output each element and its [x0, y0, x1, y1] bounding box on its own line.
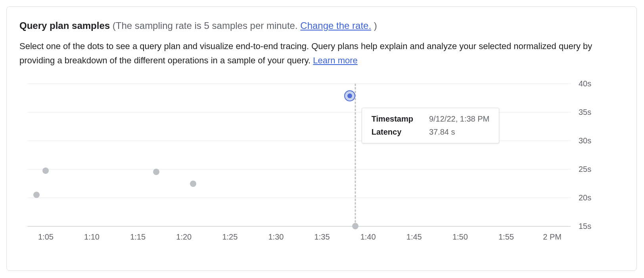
chart-gridline	[27, 198, 571, 198]
change-rate-link[interactable]: Change the rate.	[300, 20, 371, 31]
chart-point[interactable]	[42, 168, 49, 174]
query-plan-card: Query plan samples (The sampling rate is…	[6, 6, 637, 271]
chart-crosshair	[355, 84, 356, 226]
chart-x-tick: 1:20	[176, 232, 192, 242]
chart-x-tick: 1:40	[360, 232, 376, 242]
chart-y-tick: 20s	[579, 193, 591, 202]
latency-scatter-chart[interactable]: Timestamp 9/12/22, 1:38 PM Latency 37.84…	[19, 84, 624, 250]
chart-plot-area[interactable]	[27, 84, 571, 226]
chart-gridline	[27, 169, 571, 169]
chart-x-tick: 1:15	[130, 232, 146, 242]
chart-x-tick: 1:25	[222, 232, 238, 242]
tooltip-timestamp-value: 9/12/22, 1:38 PM	[429, 114, 489, 124]
description-text: Select one of the dots to see a query pl…	[19, 41, 592, 65]
chart-gridline	[27, 84, 571, 84]
chart-point[interactable]	[33, 192, 40, 198]
subtitle-suffix: )	[371, 20, 377, 31]
chart-x-tick: 1:55	[498, 232, 514, 242]
tooltip-latency-label: Latency	[372, 128, 413, 137]
chart-x-tick: 1:05	[38, 232, 54, 242]
chart-x-axis-line	[27, 226, 571, 227]
chart-y-tick: 40s	[579, 79, 591, 88]
tooltip-latency-value: 37.84 s	[429, 128, 489, 137]
chart-x-tick: 1:10	[84, 232, 100, 242]
section-title: Query plan samples	[19, 20, 110, 31]
header-line: Query plan samples (The sampling rate is…	[19, 19, 624, 32]
section-description: Select one of the dots to see a query pl…	[19, 39, 624, 68]
chart-x-tick: 1:30	[268, 232, 284, 242]
chart-y-tick: 30s	[579, 136, 591, 145]
learn-more-link[interactable]: Learn more	[313, 55, 358, 65]
chart-point-selected[interactable]	[344, 90, 355, 101]
tooltip-timestamp-label: Timestamp	[372, 114, 413, 124]
chart-point[interactable]	[190, 181, 196, 187]
chart-y-tick: 25s	[579, 165, 591, 174]
chart-y-tick: 15s	[579, 222, 591, 231]
chart-y-tick: 35s	[579, 108, 591, 117]
chart-x-tick: 1:45	[406, 232, 422, 242]
chart-point[interactable]	[153, 169, 159, 175]
sampling-rate-text: (The sampling rate is 5 samples per minu…	[113, 20, 301, 31]
chart-x-tick: 1:50	[452, 232, 468, 242]
chart-x-tick: 2 PM	[543, 232, 562, 242]
chart-x-tick: 1:35	[314, 232, 330, 242]
chart-tooltip: Timestamp 9/12/22, 1:38 PM Latency 37.84…	[362, 108, 500, 143]
chart-crosshair-cap-icon	[352, 223, 358, 229]
